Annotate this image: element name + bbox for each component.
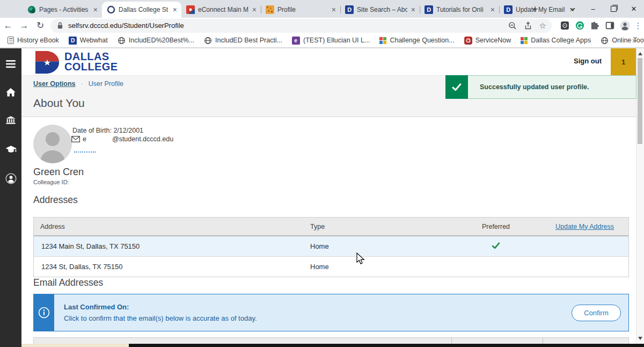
table-row: 1234 Main St, Dallas, TX 75150 Home — [34, 236, 628, 257]
globe-icon — [204, 37, 212, 45]
tab-label: Profile — [277, 6, 328, 13]
password-extension-icon[interactable] — [557, 21, 572, 30]
forward-icon[interactable]: → — [16, 21, 32, 30]
tab-profile[interactable]: Profile × — [261, 2, 340, 18]
breadcrumb-current: User Profile — [89, 80, 123, 88]
banner-title: Last Confirmed On: — [64, 303, 257, 311]
col-address: Address — [34, 223, 302, 230]
bookmark-included-best-2[interactable]: IncludED Best Practi... — [204, 37, 282, 45]
email-user: e — [83, 135, 86, 143]
sharepoint-icon — [27, 5, 36, 14]
dallas-college-icon — [504, 5, 513, 14]
close-tab-icon[interactable]: × — [172, 6, 178, 13]
bookmark-history-ebook[interactable]: History eBook — [8, 37, 59, 44]
ellucian-e-icon — [292, 37, 300, 45]
scroll-up-icon[interactable] — [638, 52, 642, 55]
extensions-puzzle-icon[interactable] — [587, 21, 602, 31]
url-omnibox[interactable]: selfsrv.dcccd.edu/Student/UserProfile ☆ — [50, 19, 552, 33]
econnect-icon — [186, 5, 195, 14]
window-restore-button[interactable] — [603, 0, 624, 18]
breadcrumb-user-options-link[interactable]: User Options — [33, 80, 76, 88]
banner-text: Click to confirm that the email(s) below… — [64, 314, 257, 322]
preferred-check-icon — [451, 242, 541, 251]
confirm-button[interactable]: Confirm — [572, 305, 621, 321]
user-name: Green Cren — [33, 167, 84, 178]
bookmark-servicenow[interactable]: ServiceNow — [464, 37, 511, 45]
graduation-cap-icon[interactable] — [5, 144, 17, 155]
sign-out-button[interactable]: Sign out — [574, 57, 602, 65]
tab-site-search[interactable]: Site Search – Abo × — [340, 2, 420, 18]
reload-icon[interactable]: ↻ — [32, 21, 48, 30]
tab-label: Tutorials for Onli — [436, 6, 487, 13]
info-icon — [34, 294, 54, 331]
redacted-link-underline[interactable] — [74, 151, 96, 153]
address-cell: 1234 Main St, Dallas, TX 75150 — [34, 242, 302, 250]
tab-tutorials[interactable]: Tutorials for Onli × — [420, 2, 499, 18]
dallas-college-icon — [425, 5, 433, 14]
close-tab-icon[interactable]: × — [92, 6, 99, 13]
menu-icon[interactable] — [5, 59, 16, 69]
url-text: selfsrv.dcccd.edu/Student/UserProfile — [68, 21, 501, 30]
bookmark-included-best-1[interactable]: IncludED%20Best%... — [118, 37, 194, 45]
email-section-title: Email Addresses — [33, 277, 103, 288]
tab-search-chevron-icon[interactable] — [562, 0, 583, 18]
success-check-icon — [445, 75, 468, 99]
back-icon[interactable]: ← — [0, 21, 16, 30]
dallas-college-logo[interactable] — [33, 50, 61, 75]
document-icon — [8, 37, 14, 44]
bookmark-online-tools[interactable]: Online Tools — [601, 37, 644, 45]
update-my-address-link[interactable]: Update My Address — [555, 223, 614, 230]
profile-mosaic-icon — [266, 5, 274, 14]
share-icon[interactable] — [524, 21, 532, 30]
tab-label: Dallas College St — [119, 6, 169, 13]
email-confirm-banner: Last Confirmed On: Click to confirm that… — [33, 294, 629, 331]
date-of-birth: Date of Birth: 2/12/2001 — [72, 127, 143, 134]
close-tab-icon[interactable]: × — [331, 6, 337, 13]
tab-dallas-college-active[interactable]: Dallas College St × — [102, 2, 181, 18]
type-cell: Home — [302, 242, 451, 250]
envelope-icon — [71, 136, 80, 142]
scroll-down-icon[interactable] — [638, 337, 642, 340]
bookmark-ellucian-ui[interactable]: (TEST) Ellucian UI L... — [292, 37, 370, 45]
bookmark-webwhat[interactable]: Webwhat — [69, 37, 108, 45]
bookmark-dallas-college-apps[interactable]: Dallas College Apps — [521, 37, 591, 44]
browser-window: Pages - Activities × Dallas College St ×… — [0, 0, 644, 347]
col-preferred: Preferred — [451, 223, 541, 230]
bookmark-star-icon[interactable]: ☆ — [539, 21, 546, 31]
window-close-button[interactable]: ✕ — [624, 0, 644, 18]
dallas-college-icon — [69, 37, 77, 45]
ellucian-ring-icon — [107, 5, 115, 14]
browser-menu-icon[interactable]: ⋮ — [632, 21, 644, 31]
institution-icon[interactable] — [5, 115, 16, 126]
tab-pages-activities[interactable]: Pages - Activities × — [23, 2, 102, 18]
tab-econnect[interactable]: eConnect Main M × — [181, 2, 261, 18]
notification-badge[interactable]: 1 — [611, 48, 636, 75]
page-scrollbar[interactable] — [636, 48, 644, 344]
bookmark-challenge-questions[interactable]: Challenge Question... — [379, 37, 454, 44]
app-grid-icon — [521, 37, 528, 44]
window-minimize-button[interactable]: – — [583, 0, 603, 18]
tab-label: eConnect Main M — [198, 6, 248, 13]
zoom-out-icon[interactable] — [508, 21, 517, 30]
col-type: Type — [302, 223, 451, 230]
grammarly-extension-icon[interactable] — [572, 21, 587, 30]
new-tab-button[interactable]: + — [529, 3, 541, 16]
close-tab-icon[interactable]: × — [489, 6, 496, 13]
addresses-section-title: Addresses — [33, 194, 78, 206]
close-tab-icon[interactable]: × — [251, 6, 258, 13]
mouse-cursor — [356, 252, 366, 265]
lock-icon — [57, 21, 63, 30]
addresses-table: Address Type Preferred Update My Address… — [33, 217, 629, 277]
home-icon[interactable] — [5, 87, 16, 98]
app-grid-icon — [379, 37, 386, 44]
side-panel-icon[interactable] — [602, 21, 617, 30]
tab-strip: Pages - Activities × Dallas College St ×… — [0, 0, 644, 18]
account-icon[interactable] — [5, 173, 17, 184]
globe-icon — [118, 37, 126, 45]
scrollbar-thumb[interactable] — [638, 58, 642, 144]
close-tab-icon[interactable]: × — [410, 6, 416, 13]
bookmarks-overflow-chevron[interactable]: » — [632, 36, 636, 45]
browser-profile-avatar[interactable] — [617, 20, 632, 31]
globe-icon — [601, 37, 609, 45]
site-header: DALLAS COLLEGE Sign out 1 — [21, 48, 636, 75]
